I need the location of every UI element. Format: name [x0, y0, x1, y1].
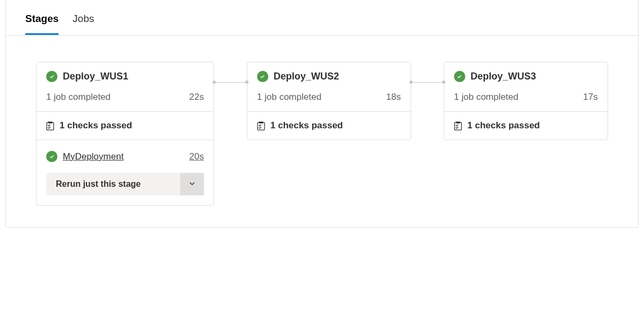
- stage-status-row: 1 job completed 22s: [36, 86, 214, 111]
- stage-checks-row: 1 checks passed: [247, 111, 411, 140]
- stage-status-row: 1 job completed 17s: [444, 86, 608, 111]
- stage-connector: [411, 82, 444, 83]
- stage-checks-text: 1 checks passed: [467, 120, 540, 131]
- stage-title: Deploy_WUS2: [274, 71, 339, 82]
- stage-header: Deploy_WUS1: [36, 62, 214, 86]
- deployment-name-link[interactable]: MyDeployment: [63, 151, 184, 162]
- stage-duration: 17s: [583, 92, 598, 103]
- stage-checks-text: 1 checks passed: [60, 120, 132, 131]
- success-icon: [46, 151, 57, 162]
- stage-status-text: 1 job completed: [46, 92, 111, 103]
- stage-status-row: 1 job completed 18s: [247, 86, 411, 111]
- rerun-stage-button[interactable]: Rerun just this stage: [46, 173, 180, 195]
- stage-wrap: Deploy_WUS1 1 job completed 22s: [36, 62, 214, 206]
- stage-duration: 22s: [189, 92, 204, 103]
- checklist-icon: [454, 121, 462, 130]
- tab-bar: Stages Jobs: [6, 0, 638, 36]
- stage-expanded-section: MyDeployment 20s Rerun just this stage: [36, 140, 214, 205]
- stage-card[interactable]: Deploy_WUS2 1 job completed 18s 1 checks…: [247, 62, 411, 140]
- stage-checks-row: 1 checks passed: [444, 111, 608, 140]
- stage-header: Deploy_WUS3: [444, 62, 608, 86]
- success-icon: [257, 71, 268, 82]
- stage-duration: 18s: [386, 92, 401, 103]
- tab-stages[interactable]: Stages: [25, 0, 58, 36]
- success-icon: [46, 71, 57, 82]
- deployment-duration-link[interactable]: 20s: [189, 151, 204, 162]
- pipeline-stages: Deploy_WUS1 1 job completed 22s: [6, 36, 638, 227]
- stage-connector: [214, 82, 247, 83]
- stage-status-text: 1 job completed: [454, 92, 518, 103]
- stage-status-text: 1 job completed: [257, 92, 321, 103]
- checklist-icon: [257, 121, 265, 130]
- tab-jobs[interactable]: Jobs: [72, 0, 94, 36]
- chevron-down-icon: [189, 180, 195, 188]
- stage-card[interactable]: Deploy_WUS3 1 job completed 17s 1 checks…: [444, 62, 608, 140]
- success-icon: [454, 71, 465, 82]
- svg-rect-0: [47, 122, 54, 130]
- stage-card[interactable]: Deploy_WUS1 1 job completed 22s: [36, 62, 214, 206]
- rerun-button-group: Rerun just this stage: [36, 173, 214, 205]
- stage-title: Deploy_WUS3: [471, 71, 536, 82]
- stage-header: Deploy_WUS2: [247, 62, 411, 86]
- pipeline-panel: Stages Jobs Deploy_WUS1 1 job completed …: [5, 0, 639, 228]
- svg-rect-1: [258, 122, 265, 130]
- stage-checks-row: 1 checks passed: [36, 111, 214, 140]
- stage-checks-text: 1 checks passed: [270, 120, 343, 131]
- rerun-dropdown-toggle[interactable]: [180, 173, 204, 195]
- checklist-icon: [46, 121, 54, 130]
- stage-title: Deploy_WUS1: [63, 71, 128, 82]
- deployment-row[interactable]: MyDeployment 20s: [36, 140, 214, 173]
- svg-rect-2: [455, 122, 462, 130]
